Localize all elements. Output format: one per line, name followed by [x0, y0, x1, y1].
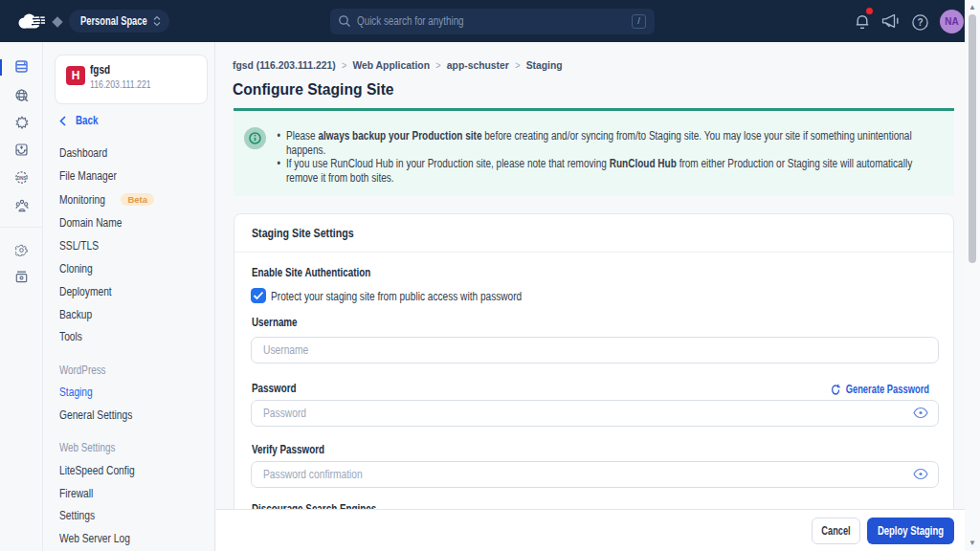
svg-text:?: ? — [917, 17, 923, 28]
svg-text:DNS: DNS — [16, 176, 26, 181]
